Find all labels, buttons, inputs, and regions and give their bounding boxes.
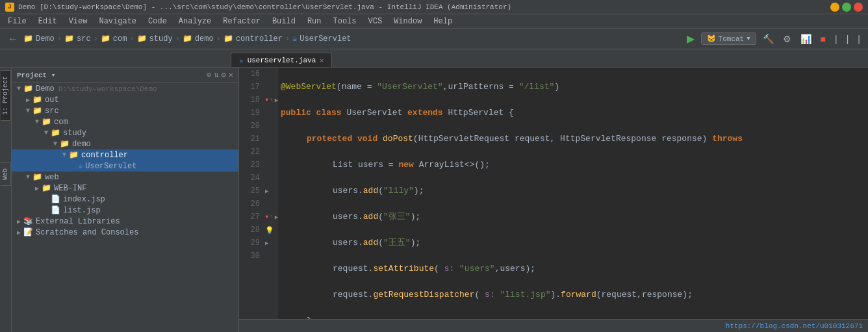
arrow-icon: ▶ [14, 229, 23, 236]
arrow-icon: ▶ [14, 218, 23, 225]
src-folder-icon: 📁 [64, 34, 74, 44]
maximize-button[interactable] [842, 3, 851, 12]
collapse-icon[interactable]: ⇅ [214, 70, 218, 80]
ln-29: 29 [244, 236, 260, 249]
tree-item-controller[interactable]: ▼ 📁 controller [12, 149, 238, 160]
ln-24: 24 [244, 172, 260, 185]
tree-item-webinf[interactable]: ▶ 📁 WEB-INF [12, 183, 238, 194]
toolbar: ← 📁 Demo › 📁 src › 📁 com › 📁 study › 📁 d… [0, 29, 868, 49]
build-button[interactable]: 🔨 [760, 32, 776, 45]
menu-item-code[interactable]: Code [143, 16, 172, 27]
tree-label-indexjsp: index.jsp [63, 195, 105, 204]
menu-item-analyze[interactable]: Analyze [173, 16, 216, 27]
extra-btn3[interactable]: | [855, 32, 863, 45]
ln-17: 17 [244, 81, 260, 94]
com-icon: 📁 [42, 117, 51, 127]
ln-26: 26 [244, 198, 260, 211]
code-content[interactable]: @WebServlet(name = "UserServlet",urlPatt… [278, 68, 868, 319]
breadcrumb-study[interactable]: study [149, 34, 173, 44]
code-editor[interactable]: 16 17 18 19 20 21 22 23 24 25 26 27 28 2… [239, 68, 868, 332]
menu-bar: FileEditViewNavigateCodeAnalyzeRefactorB… [0, 14, 868, 29]
gutter-30 [265, 249, 278, 262]
tree-label-src: src [45, 107, 59, 116]
extlibs-icon: 📚 [23, 216, 33, 226]
breadcrumb-demo[interactable]: Demo [36, 34, 55, 44]
tree-item-com[interactable]: ▼ 📁 com [12, 116, 238, 127]
tree-label-study: study [63, 129, 86, 138]
menu-item-run[interactable]: Run [302, 16, 327, 27]
tree-item-study[interactable]: ▼ 📁 study [12, 127, 238, 138]
breadcrumb-controller[interactable]: controller [236, 34, 283, 44]
menu-item-edit[interactable]: Edit [33, 16, 62, 27]
extra-btn2[interactable]: | [844, 32, 852, 45]
tree-item-web[interactable]: ▼ 📁 web [12, 172, 238, 183]
tree-label-scratches: Scratches and Consoles [36, 228, 138, 237]
run-button[interactable]: ▶ [684, 31, 697, 46]
menu-item-window[interactable]: Window [389, 16, 427, 27]
extra-btn1[interactable]: | [832, 32, 840, 45]
menu-item-file[interactable]: File [3, 16, 32, 27]
tree-item-listjsp[interactable]: 📄 list.jsp [12, 205, 238, 216]
gutter-23 [265, 159, 278, 172]
fold-25[interactable]: ▶ [265, 188, 268, 195]
tab-close-button[interactable]: ✕ [320, 57, 324, 64]
fold-18[interactable]: ▶ [275, 97, 278, 104]
add-icon[interactable]: ⊕ [207, 70, 211, 80]
tree-item-src[interactable]: ▼ 📁 src [12, 105, 238, 116]
settings-button[interactable]: ⚙ [780, 32, 794, 45]
gutter-20 [265, 120, 278, 133]
web-panel-tab[interactable]: Web [1, 162, 11, 186]
breadcrumb-src[interactable]: src [77, 34, 91, 44]
demo-icon: 📁 [23, 84, 33, 94]
menu-item-navigate[interactable]: Navigate [94, 16, 142, 27]
menu-item-view[interactable]: View [64, 16, 93, 27]
tree-item-indexjsp[interactable]: 📄 index.jsp [12, 194, 238, 205]
back-button[interactable]: ← [5, 32, 21, 46]
demo-sub-icon: 📁 [60, 139, 70, 149]
src-icon: 📁 [32, 106, 42, 116]
menu-item-help[interactable]: Help [428, 16, 457, 27]
tab-label: UserServlet.java [248, 57, 316, 64]
tree-item-demo-sub[interactable]: ▼ 📁 demo [12, 138, 238, 149]
tree-item-userservlet[interactable]: ☕ UserServlet [12, 160, 238, 172]
ln-19: 19 [244, 107, 260, 120]
menu-item-refactor[interactable]: Refactor [218, 16, 266, 27]
tree-item-demo[interactable]: ▼ 📁 Demo D:\study-workspace\Demo [12, 83, 238, 94]
project-sidebar: Project ▾ ⊕ ⇅ ⚙ ✕ ▼ 📁 Demo D:\study-work… [12, 68, 239, 332]
code-line-22: users.add("王五"); [281, 236, 865, 249]
breadcrumb-userservlet[interactable]: UserServlet [300, 34, 351, 44]
indexjsp-icon: 📄 [51, 194, 60, 204]
arrow-icon: ▼ [14, 85, 23, 92]
scratches-icon: 📝 [23, 227, 33, 237]
menu-item-build[interactable]: Build [267, 16, 301, 27]
tree-label-demo-sub: demo [72, 140, 91, 149]
sidebar-header: Project ▾ ⊕ ⇅ ⚙ ✕ [12, 68, 238, 83]
gutter-29: ▶ [265, 236, 278, 249]
arrow-icon: ▶ [23, 96, 32, 104]
code-line-21: users.add("张三"); [281, 211, 865, 223]
stop-button[interactable]: ■ [818, 32, 828, 45]
tree-item-out[interactable]: ▶ 📁 out [12, 94, 238, 105]
ln-16: 16 [244, 68, 260, 81]
tree-item-scratches[interactable]: ▶ 📝 Scratches and Consoles [12, 227, 238, 238]
menu-item-tools[interactable]: Tools [328, 16, 362, 27]
tree-item-extlibs[interactable]: ▶ 📚 External Libraries [12, 216, 238, 227]
breadcrumb-demo2[interactable]: demo [195, 34, 214, 44]
userservlet-icon: ☕ [78, 161, 83, 171]
close-button[interactable] [854, 3, 863, 12]
project-panel-tab[interactable]: 1: Project [1, 70, 11, 121]
tab-userservlet[interactable]: ☕ UserServlet.java ✕ [231, 53, 332, 67]
breadcrumb-com[interactable]: com [113, 34, 127, 44]
tomcat-selector[interactable]: 🐱 Tomcat ▼ [701, 32, 756, 45]
tomcat-label: Tomcat [719, 35, 745, 43]
sidebar-title: Project ▾ [17, 71, 55, 79]
fold-27[interactable]: ▶ [275, 214, 278, 221]
coverage-button[interactable]: 📊 [798, 32, 814, 45]
code-line-16: @WebServlet(name = "UserServlet",urlPatt… [281, 81, 865, 94]
hide-icon[interactable]: ✕ [229, 70, 233, 80]
settings-icon[interactable]: ⚙ [222, 70, 226, 80]
menu-item-vcs[interactable]: VCS [363, 16, 388, 27]
code-line-23: request.setAttribute( s: "users",users); [281, 262, 865, 275]
fold-29[interactable]: ▶ [265, 240, 268, 247]
minimize-button[interactable] [830, 3, 839, 12]
